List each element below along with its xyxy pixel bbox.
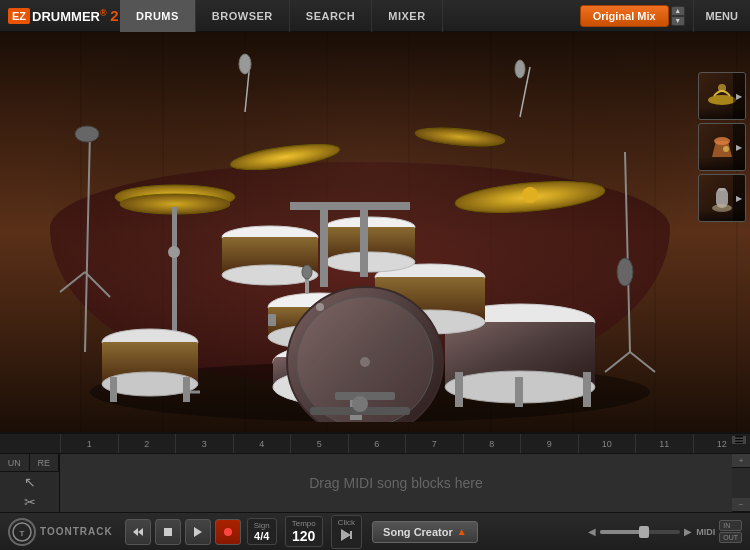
rewind-button[interactable]: [125, 519, 151, 545]
svg-rect-53: [320, 207, 328, 287]
svg-point-14: [168, 246, 180, 258]
svg-point-71: [712, 204, 732, 212]
tempo-block[interactable]: Tempo 120: [285, 516, 323, 547]
timeline-sidebar: UN RE ↖ ✂: [0, 454, 60, 512]
tab-drums[interactable]: DRUMS: [120, 0, 196, 32]
ruler-marks: 1 2 3 4 5 6 7 8 9 10 11 12: [60, 434, 750, 453]
time-signature-block[interactable]: Sign 4/4: [247, 518, 277, 545]
version-badge: ®: [100, 8, 107, 18]
instrument-thumb-2[interactable]: ▶: [698, 123, 746, 171]
bottom-area: 1 2 3 4 5 6 7 8 9 10 11 12 ≡ UN RE ↖ ✂ D…: [0, 432, 750, 550]
svg-point-52: [352, 396, 368, 412]
instrument-thumb-1[interactable]: ▶: [698, 72, 746, 120]
drum-kit-svg: [30, 52, 710, 422]
svg-point-62: [316, 303, 324, 311]
menu-button[interactable]: MENU: [693, 0, 750, 32]
svg-rect-55: [290, 202, 410, 210]
midi-out-button[interactable]: OUT: [719, 532, 742, 543]
svg-point-63: [360, 357, 370, 367]
svg-text:T: T: [20, 529, 25, 538]
ruler-mark-5: 5: [290, 434, 348, 453]
preset-button[interactable]: Original Mix: [580, 5, 669, 27]
ruler-mark-9: 9: [520, 434, 578, 453]
redo-button[interactable]: RE: [30, 454, 60, 471]
preset-up-arrow[interactable]: ▲: [671, 6, 685, 16]
horizontal-scrollbar[interactable]: + −: [732, 454, 750, 512]
volume-slider-thumb[interactable]: [639, 526, 649, 538]
click-icon: [338, 527, 355, 546]
svg-rect-54: [360, 207, 368, 277]
ruler-mark-1: 1: [60, 434, 118, 453]
preset-down-arrow[interactable]: ▼: [671, 16, 685, 26]
svg-point-67: [718, 84, 726, 92]
top-navigation: EZ DRUMMER® 2 DRUMS BROWSER SEARCH MIXER…: [0, 0, 750, 32]
undo-button[interactable]: UN: [0, 454, 30, 471]
ruler-option-1[interactable]: ≡: [732, 436, 746, 444]
stop-button[interactable]: [155, 519, 181, 545]
ruler-mark-6: 6: [348, 434, 406, 453]
bottom-toolbar: T TOONTRACK Sign 4/: [0, 512, 750, 550]
song-area: Drag MIDI song blocks here: [60, 454, 732, 512]
ruler-mark-2: 2: [118, 434, 176, 453]
click-block[interactable]: Click: [331, 515, 362, 549]
svg-point-69: [723, 146, 729, 152]
ruler-mark-11: 11: [635, 434, 693, 453]
click-label: Click: [338, 518, 355, 527]
app-logo: EZ DRUMMER® 2: [0, 7, 120, 24]
version-number: 2: [110, 7, 118, 24]
record-button[interactable]: [215, 519, 241, 545]
svg-rect-22: [268, 314, 276, 326]
svg-rect-72: [718, 188, 726, 191]
drag-hint-text: Drag MIDI song blocks here: [309, 475, 483, 491]
svg-rect-42: [110, 377, 117, 402]
ez-logo-box: EZ: [8, 8, 30, 24]
ruler-mark-8: 8: [463, 434, 521, 453]
svg-point-38: [325, 252, 415, 272]
svg-point-65: [302, 265, 312, 279]
svg-point-7: [239, 54, 251, 74]
drum-kit-area: ▶ ▶ ▶: [0, 32, 750, 432]
svg-marker-78: [194, 527, 202, 537]
svg-point-16: [522, 187, 538, 203]
scroll-down-button[interactable]: −: [732, 498, 750, 512]
song-creator-arrow-icon: ▲: [457, 526, 467, 537]
svg-point-68: [714, 137, 730, 145]
vol-right-icon: ▶: [684, 526, 692, 537]
tab-mixer[interactable]: MIXER: [372, 0, 442, 32]
preset-arrows: ▲ ▼: [671, 6, 685, 26]
svg-point-3: [75, 126, 99, 142]
thumb-2-arrow[interactable]: ▶: [733, 124, 745, 170]
tab-browser[interactable]: BROWSER: [196, 0, 290, 32]
toontrack-circle-icon: T: [8, 518, 36, 546]
svg-point-57: [515, 60, 525, 78]
tempo-value: 120: [292, 528, 316, 544]
ruler-mark-7: 7: [405, 434, 463, 453]
volume-slider-area: ◀ ▶: [588, 526, 692, 537]
tool-buttons: ↖ ✂: [0, 472, 59, 512]
sign-value: 4/4: [254, 530, 270, 542]
svg-marker-79: [341, 529, 351, 541]
instrument-thumb-3[interactable]: ▶: [698, 174, 746, 222]
volume-slider-fill: [600, 530, 644, 534]
song-creator-button[interactable]: Song Creator ▲: [372, 521, 478, 543]
ruler-mark-3: 3: [175, 434, 233, 453]
ruler-mark-4: 4: [233, 434, 291, 453]
svg-rect-13: [172, 207, 177, 337]
timeline-ruler: 1 2 3 4 5 6 7 8 9 10 11 12 ≡: [0, 434, 750, 454]
play-button[interactable]: [185, 519, 211, 545]
record-dot-icon: [224, 528, 232, 536]
svg-point-61: [617, 258, 633, 286]
scroll-up-button[interactable]: +: [732, 454, 750, 468]
cursor-tool-button[interactable]: ↖: [0, 472, 59, 492]
thumb-3-arrow[interactable]: ▶: [733, 175, 745, 221]
tempo-label: Tempo: [292, 519, 316, 528]
scissors-tool-button[interactable]: ✂: [0, 492, 59, 512]
tab-search[interactable]: SEARCH: [290, 0, 372, 32]
volume-slider-track[interactable]: [600, 530, 680, 534]
svg-rect-28: [583, 372, 591, 407]
drummer-logo-text: DRUMMER® 2: [32, 7, 119, 24]
midi-in-button[interactable]: IN: [719, 520, 742, 531]
svg-rect-77: [164, 528, 172, 536]
thumb-1-arrow[interactable]: ▶: [733, 73, 745, 119]
ruler-mark-10: 10: [578, 434, 636, 453]
